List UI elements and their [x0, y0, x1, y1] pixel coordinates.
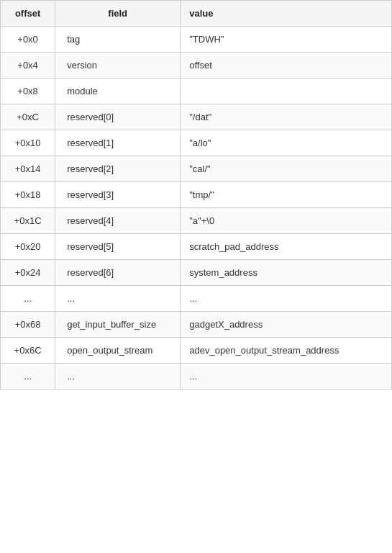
table-row: +0x14reserved[2]"cal/"	[1, 156, 392, 182]
cell-value: "tmp/"	[181, 182, 392, 208]
cell-value: gadgetX_address	[181, 312, 392, 338]
cell-offset: +0x8	[1, 78, 55, 104]
cell-offset: +0x10	[1, 130, 55, 156]
cell-offset: ...	[1, 286, 55, 312]
cell-value	[181, 78, 392, 104]
cell-value: "TDWH"	[181, 27, 392, 53]
cell-field: reserved[4]	[55, 208, 181, 234]
cell-value: ...	[181, 286, 392, 312]
table-row: +0xCreserved[0]"/dat"	[1, 104, 392, 130]
cell-offset: ...	[1, 364, 55, 390]
cell-offset: +0x24	[1, 260, 55, 286]
cell-offset: +0x14	[1, 156, 55, 182]
header-value: value	[181, 1, 392, 27]
cell-field: ...	[55, 364, 181, 390]
cell-offset: +0x4	[1, 53, 55, 78]
cell-value: "cal/"	[181, 156, 392, 182]
cell-offset: +0x20	[1, 234, 55, 260]
cell-value: adev_open_output_stream_address	[181, 338, 392, 364]
table-row: +0x1Creserved[4]"a"+\0	[1, 208, 392, 234]
table-row: .........	[1, 286, 392, 312]
cell-field: get_input_buffer_size	[55, 312, 181, 338]
data-table: offset field value +0x0tag"TDWH"+0x4vers…	[0, 0, 392, 390]
cell-value: ...	[181, 364, 392, 390]
table-row: +0x18reserved[3]"tmp/"	[1, 182, 392, 208]
table-row: +0x20reserved[5]scratch_pad_address	[1, 234, 392, 260]
cell-field: ...	[55, 286, 181, 312]
cell-field: module	[55, 78, 181, 104]
cell-value: "a"+\0	[181, 208, 392, 234]
cell-field: reserved[5]	[55, 234, 181, 260]
table-row: +0x10reserved[1]"a/lo"	[1, 130, 392, 156]
cell-field: reserved[1]	[55, 130, 181, 156]
table-row: .........	[1, 364, 392, 390]
cell-value: "/dat"	[181, 104, 392, 130]
cell-field: reserved[2]	[55, 156, 181, 182]
cell-field: open_output_stream	[55, 338, 181, 364]
cell-value: scratch_pad_address	[181, 234, 392, 260]
cell-offset: +0x6C	[1, 338, 55, 364]
cell-offset: +0x68	[1, 312, 55, 338]
cell-field: version	[55, 53, 181, 78]
cell-offset: +0x0	[1, 27, 55, 53]
cell-value: system_address	[181, 260, 392, 286]
cell-field: tag	[55, 27, 181, 53]
cell-value: "a/lo"	[181, 130, 392, 156]
table-row: +0x24reserved[6]system_address	[1, 260, 392, 286]
cell-field: reserved[0]	[55, 104, 181, 130]
cell-field: reserved[6]	[55, 260, 181, 286]
table-row: +0x8module	[1, 78, 392, 104]
table-row: +0x4versionoffset	[1, 53, 392, 78]
header-offset: offset	[1, 1, 55, 27]
cell-offset: +0x18	[1, 182, 55, 208]
cell-offset: +0xC	[1, 104, 55, 130]
cell-value: offset	[181, 53, 392, 78]
table-row: +0x68get_input_buffer_sizegadgetX_addres…	[1, 312, 392, 338]
cell-field: reserved[3]	[55, 182, 181, 208]
table-row: +0x0tag"TDWH"	[1, 27, 392, 53]
header-field: field	[55, 1, 181, 27]
cell-offset: +0x1C	[1, 208, 55, 234]
table-row: +0x6Copen_output_streamadev_open_output_…	[1, 338, 392, 364]
